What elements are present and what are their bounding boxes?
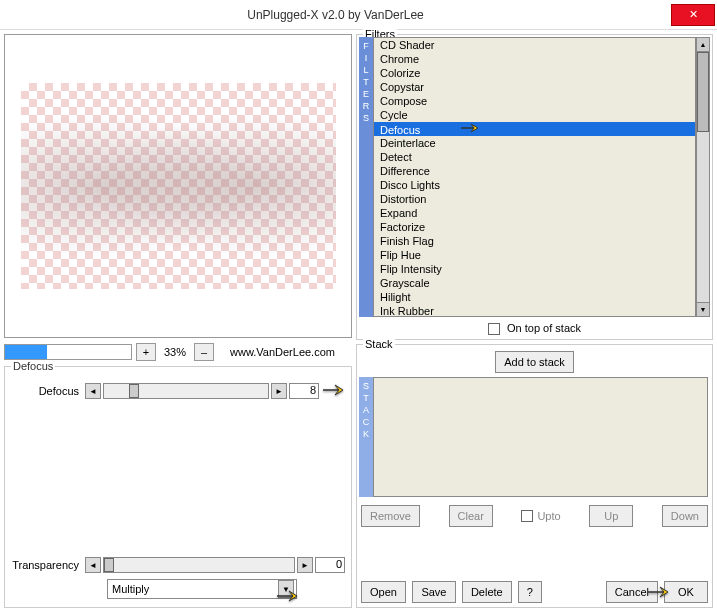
vendor-link[interactable]: www.VanDerLee.com	[230, 346, 335, 358]
up-button[interactable]: Up	[589, 505, 633, 527]
filter-item[interactable]: Difference	[374, 164, 695, 178]
filter-item[interactable]: CD Shader	[374, 38, 695, 52]
zoom-percent: 33%	[160, 346, 190, 358]
filter-item[interactable]: Flip Hue	[374, 248, 695, 262]
filter-item[interactable]: Distortion	[374, 192, 695, 206]
filter-item[interactable]: Ink Rubber	[374, 304, 695, 317]
save-button[interactable]: Save	[412, 581, 456, 603]
zoom-bar[interactable]	[4, 344, 132, 360]
scroll-down-button[interactable]: ▼	[697, 302, 709, 316]
zoom-out-button[interactable]: –	[194, 343, 214, 361]
clear-button[interactable]: Clear	[449, 505, 493, 527]
defocus-value[interactable]: 8	[289, 383, 319, 399]
filter-item[interactable]: Detect	[374, 150, 695, 164]
cancel-button[interactable]: Cancel	[606, 581, 658, 603]
delete-button[interactable]: Delete	[462, 581, 512, 603]
on-top-checkbox[interactable]	[488, 323, 500, 335]
defocus-inc-button[interactable]: ►	[271, 383, 287, 399]
stack-legend: Stack	[363, 338, 395, 350]
defocus-slider[interactable]	[103, 383, 269, 399]
transparency-dec-button[interactable]: ◄	[85, 557, 101, 573]
on-top-row: On top of stack	[357, 322, 712, 335]
filter-item[interactable]: Disco Lights	[374, 178, 695, 192]
cursor-icon	[460, 124, 480, 136]
add-to-stack-button[interactable]: Add to stack	[495, 351, 574, 373]
transparency-value[interactable]: 0	[315, 557, 345, 573]
scroll-thumb[interactable]	[697, 52, 709, 132]
filter-item[interactable]: Grayscale	[374, 276, 695, 290]
remove-button[interactable]: Remove	[361, 505, 420, 527]
filter-item[interactable]: Cycle	[374, 108, 695, 122]
filter-item[interactable]: Colorize	[374, 66, 695, 80]
preview-image[interactable]	[21, 83, 336, 289]
filter-item[interactable]: Deinterlace	[374, 136, 695, 150]
filter-item[interactable]: Factorize	[374, 220, 695, 234]
transparency-label: Transparency	[11, 559, 83, 571]
defocus-legend: Defocus	[11, 360, 55, 372]
upto-checkbox[interactable]	[521, 510, 533, 522]
transparency-inc-button[interactable]: ►	[297, 557, 313, 573]
blend-mode-dropdown[interactable]: Multiply	[107, 579, 297, 599]
open-button[interactable]: Open	[361, 581, 406, 603]
scroll-up-button[interactable]: ▲	[697, 38, 709, 52]
stack-tab[interactable]: STACK	[359, 377, 373, 497]
filter-item[interactable]: Copystar	[374, 80, 695, 94]
blend-mode-value: Multiply	[112, 583, 149, 595]
preview-panel	[4, 34, 352, 338]
filter-item[interactable]: Compose	[374, 94, 695, 108]
filter-item[interactable]: Chrome	[374, 52, 695, 66]
transparency-slider[interactable]	[103, 557, 295, 573]
filter-item[interactable]: Defocus	[374, 122, 695, 136]
close-button[interactable]: ✕	[671, 4, 715, 26]
stack-list[interactable]	[373, 377, 708, 497]
filter-item[interactable]: Flip Intensity	[374, 262, 695, 276]
stack-panel: Stack Add to stack STACK Remove Clear Up…	[356, 344, 713, 608]
filter-item[interactable]: Finish Flag	[374, 234, 695, 248]
on-top-label: On top of stack	[507, 322, 581, 334]
ok-button[interactable]: OK	[664, 581, 708, 603]
defocus-dec-button[interactable]: ◄	[85, 383, 101, 399]
upto-label: Upto	[537, 510, 560, 522]
filter-item[interactable]: Expand	[374, 206, 695, 220]
defocus-label: Defocus	[11, 385, 83, 397]
down-button[interactable]: Down	[662, 505, 708, 527]
filters-list[interactable]: CD ShaderChromeColorizeCopystarComposeCy…	[373, 37, 696, 317]
zoom-in-button[interactable]: +	[136, 343, 156, 361]
titlebar: UnPlugged-X v2.0 by VanDerLee ✕	[0, 0, 717, 30]
filters-scrollbar[interactable]: ▲ ▼	[696, 37, 710, 317]
filters-panel: Filters FILTERS CD ShaderChromeColorizeC…	[356, 34, 713, 340]
help-button[interactable]: ?	[518, 581, 542, 603]
cursor-icon	[321, 381, 345, 401]
window-title: UnPlugged-X v2.0 by VanDerLee	[0, 8, 671, 22]
filters-tab[interactable]: FILTERS	[359, 37, 373, 317]
filter-item[interactable]: Hilight	[374, 290, 695, 304]
